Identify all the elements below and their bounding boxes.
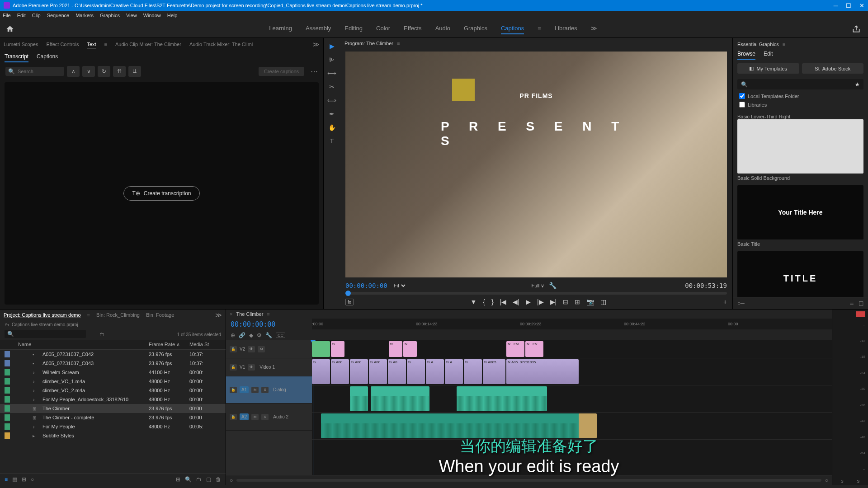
track-select-tool[interactable]: ⫸	[327, 55, 336, 64]
program-monitor[interactable]: PR FILMS P R E S E N T S	[345, 52, 727, 277]
template-item[interactable]: TITLE Basic Title on Background	[737, 251, 863, 297]
toggle-output-icon[interactable]: 👁	[248, 364, 255, 371]
workspace-learning[interactable]: Learning	[269, 23, 292, 34]
clip[interactable]: fx	[464, 359, 482, 384]
clip[interactable]	[457, 386, 547, 411]
clip[interactable]: fx A00	[369, 359, 387, 384]
wrench-icon[interactable]: 🔧	[265, 332, 272, 338]
menu-help[interactable]: Help	[167, 13, 178, 18]
create-captions-button[interactable]: Create captions	[259, 67, 304, 76]
eg-menu-icon[interactable]: ≡	[783, 42, 785, 47]
lock-icon[interactable]: 🔒	[230, 387, 237, 393]
track-a1[interactable]	[312, 385, 832, 413]
clip[interactable]: fx	[389, 341, 402, 357]
project-row[interactable]: ▸ Subtitle Styles	[0, 431, 226, 440]
bin-icon[interactable]: 🗀	[99, 331, 105, 338]
clip[interactable]	[312, 341, 330, 357]
col-start[interactable]: Media St	[189, 342, 221, 347]
project-row[interactable]: ⊞ The Climber 23.976 fps 00:00	[0, 404, 226, 413]
list-view-icon[interactable]: ≡	[5, 476, 8, 483]
hand-tool[interactable]: ✋	[327, 123, 336, 132]
menu-window[interactable]: Window	[143, 13, 161, 18]
close-button[interactable]: ✕	[859, 2, 864, 9]
menu-markers[interactable]: Markers	[75, 13, 94, 18]
tab-bin-footage[interactable]: Bin: Footage	[146, 312, 174, 318]
play-button[interactable]: ▶	[526, 298, 531, 305]
project-search[interactable]: 🔍	[5, 330, 86, 338]
menu-view[interactable]: View	[126, 13, 137, 18]
track-header-v1[interactable]: 🔒 V1 👁 Video 1	[226, 358, 312, 376]
zoom-slider[interactable]: ○	[31, 476, 34, 483]
project-row[interactable]: ♪ For My People_Adobestock_33182610 4800…	[0, 395, 226, 404]
tab-text-menu-icon[interactable]: ≡	[104, 41, 107, 48]
eg-tab-browse[interactable]: Browse	[737, 51, 755, 60]
comparison-button[interactable]: ◫	[600, 298, 606, 305]
workspace-audio[interactable]: Audio	[435, 23, 450, 34]
workspace-color[interactable]: Color	[376, 23, 390, 34]
menu-clip[interactable]: Clip	[32, 13, 41, 18]
eg-tab-edit[interactable]: Edit	[764, 51, 773, 60]
eg-new-icon[interactable]: ◫	[859, 300, 863, 306]
lock-icon[interactable]: 🔒	[230, 414, 237, 420]
track-header-a1[interactable]: 🔒 A1 M S Dialog	[226, 376, 312, 404]
clip[interactable]: fx A0	[388, 359, 406, 384]
share-icon[interactable]	[852, 24, 861, 33]
clip[interactable]	[350, 386, 368, 411]
clip[interactable]: fx A00	[350, 359, 368, 384]
resolution-dropdown[interactable]: Full ∨	[532, 283, 545, 289]
program-timecode[interactable]: 00:00:00:00	[345, 282, 387, 289]
go-to-in-button[interactable]: |◀	[500, 298, 507, 305]
project-row[interactable]: ▪ A005_07231037_C042 23.976 fps 10:37:	[0, 350, 226, 359]
next-button[interactable]: ∨	[82, 66, 95, 77]
timeline-timecode[interactable]: 00:00:00:00	[226, 319, 312, 330]
type-tool[interactable]: T	[327, 136, 336, 145]
project-row[interactable]: ⊞ The Climber - complete 23.976 fps 00:0…	[0, 413, 226, 422]
transcript-search-input[interactable]	[18, 69, 54, 74]
icon-view-icon[interactable]: ▦	[12, 476, 17, 483]
solo-icon[interactable]: S	[261, 387, 269, 393]
track-v1[interactable]: fx fx A00 fx A00 fx A00 fx A0 fx fx A fx…	[312, 358, 832, 385]
lock-icon[interactable]: 🔒	[230, 364, 237, 371]
clip[interactable]: fx A	[426, 359, 444, 384]
project-tab-menu-icon[interactable]: ≡	[87, 312, 90, 318]
track-header-v2[interactable]: 🔒 V2 👁 M	[226, 340, 312, 358]
star-icon[interactable]: ★	[855, 81, 860, 88]
new-bin-icon[interactable]: 🗀	[196, 476, 202, 483]
clip[interactable]	[579, 413, 597, 438]
project-tabs-overflow[interactable]: ≫	[215, 311, 222, 319]
freeform-view-icon[interactable]: ⊞	[22, 476, 26, 483]
mute-icon[interactable]: M	[258, 346, 265, 352]
extract-button[interactable]: ⊞	[575, 298, 580, 305]
clip[interactable]: fx	[331, 341, 344, 357]
fx-badge[interactable]: fx	[345, 299, 354, 305]
tab-project[interactable]: Project: Captions live stream demo	[4, 312, 81, 318]
template-item[interactable]: Basic Solid Background	[737, 119, 863, 181]
mute-icon[interactable]: M	[251, 387, 259, 393]
in-point-button[interactable]: {	[483, 298, 485, 305]
clip[interactable]: fx A005	[483, 359, 505, 384]
subtab-transcript[interactable]: Transcript	[5, 53, 28, 62]
track-a2[interactable]	[312, 413, 832, 440]
track-header-a2[interactable]: 🔒 A2 M S Audio 2	[226, 404, 312, 431]
razor-tool[interactable]: ✂	[327, 82, 336, 91]
chk-local-templates[interactable]: Local Templates Folder	[739, 93, 862, 99]
transcript-search[interactable]: 🔍	[5, 67, 64, 76]
eg-sort-icon[interactable]: ≣	[849, 300, 854, 306]
zoom-dropdown[interactable]: Fit	[392, 282, 407, 289]
tl-scroll-handle[interactable]: ○	[825, 477, 828, 483]
add-button-icon[interactable]: +	[723, 298, 727, 305]
clip[interactable]: fx	[312, 359, 330, 384]
split-button[interactable]: ⇊	[128, 66, 141, 77]
project-row[interactable]: ♪ For My People 48000 Hz 00:05:	[0, 422, 226, 431]
export-frame-button[interactable]: 📷	[586, 298, 594, 305]
settings-icon[interactable]: 🔧	[549, 282, 557, 289]
project-row[interactable]: ▪ A005_07231037_C043 23.976 fps 10:37:	[0, 359, 226, 368]
clip[interactable]: fx	[403, 341, 417, 357]
maximize-button[interactable]: ☐	[846, 2, 851, 9]
timeline-ruler[interactable]: :00:00 00:00:14:23 00:00:29:23 00:00:44:…	[312, 319, 832, 329]
tab-effect-controls[interactable]: Effect Controls	[46, 41, 79, 48]
tab-audio-clip-mixer[interactable]: Audio Clip Mixer: The Climber	[115, 41, 181, 48]
tab-lumetri-scopes[interactable]: Lumetri Scopes	[4, 41, 38, 48]
toggle-output-icon[interactable]: 👁	[248, 346, 255, 352]
eg-slider-icon[interactable]: ○─	[737, 300, 745, 306]
